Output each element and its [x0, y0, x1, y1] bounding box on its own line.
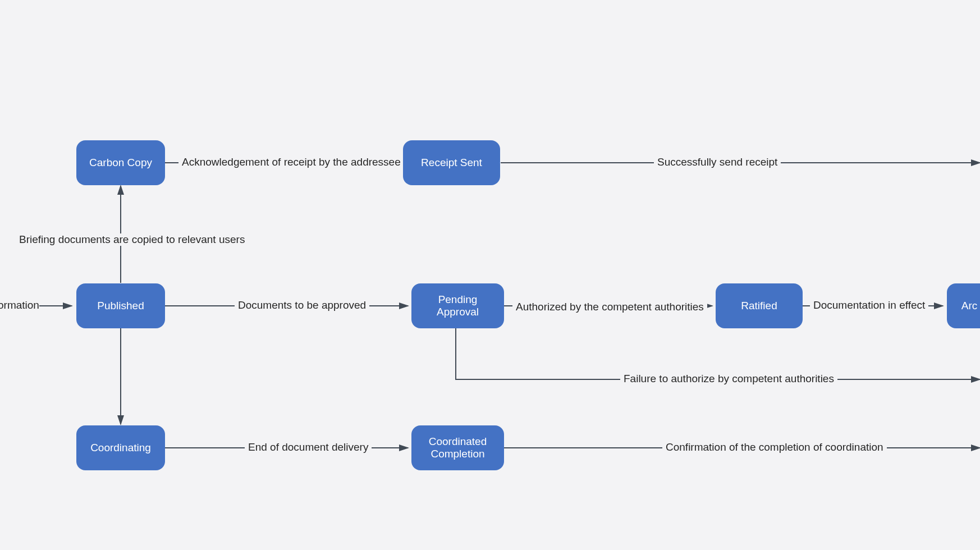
node-label: Carbon Copy — [89, 157, 152, 169]
node-label: Ratified — [741, 300, 777, 312]
node-carbon-copy[interactable]: Carbon Copy — [76, 140, 165, 185]
node-receipt-sent[interactable]: Receipt Sent — [403, 140, 500, 185]
edge-label-end-delivery: End of document delivery — [245, 441, 372, 453]
node-label: Coordinating — [90, 442, 151, 454]
edge-label-confirm-coord: Confirmation of the completion of coordi… — [662, 441, 887, 453]
node-label: Published — [97, 300, 144, 312]
flowchart-canvas[interactable]: Carbon Copy Acknowledgement of receipt b… — [0, 0, 980, 550]
node-label: Coordinated Completion — [420, 436, 495, 460]
edge-label-success-send: Successfully send receipt — [654, 156, 781, 168]
node-label: Pending Approval — [420, 294, 495, 318]
node-coordinating[interactable]: Coordinating — [76, 425, 165, 470]
edge-label-briefing-copied: Briefing documents are copied to relevan… — [16, 233, 248, 246]
edge-label-doc-in-effect: Documentation in effect — [810, 299, 928, 311]
node-archived-partial[interactable]: Arc — [947, 283, 980, 328]
node-label: Arc — [961, 300, 978, 312]
edge-label-authorized: Authorized by the competent authorities — [512, 301, 707, 313]
edge-label-ack-receipt: Acknowledgement of receipt by the addres… — [178, 156, 404, 168]
node-coordinated-completion[interactable]: Coordinated Completion — [411, 425, 504, 470]
node-ratified[interactable]: Ratified — [716, 283, 803, 328]
edge-label-failure-auth: Failure to authorize by competent author… — [620, 373, 837, 385]
node-label: Receipt Sent — [421, 157, 482, 169]
node-published[interactable]: Published — [76, 283, 165, 328]
edge-label-ormation-partial: ormation — [0, 299, 39, 311]
node-pending-approval[interactable]: Pending Approval — [411, 283, 504, 328]
edge-label-docs-approved: Documents to be approved — [235, 299, 369, 311]
